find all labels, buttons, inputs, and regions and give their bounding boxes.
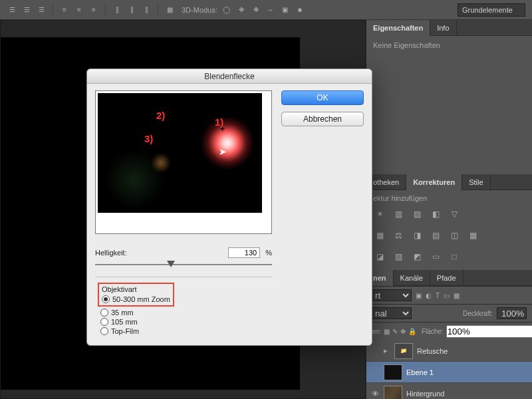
expand-arrow-icon[interactable]: ▸ [384, 346, 390, 355]
brightness-label: Helligkeit: [95, 249, 223, 257]
balance-icon[interactable]: ⚖ [392, 229, 405, 242]
tab-libraries[interactable]: otheken [366, 174, 406, 190]
layer-row-selected[interactable]: Ebene 1 [366, 362, 532, 383]
invert-icon[interactable]: ◪ [373, 250, 386, 263]
workspace-select[interactable]: Grundelemente [458, 3, 525, 17]
adjustments-panel-header: otheken Korrekturen Stile [366, 174, 532, 190]
radio-icon[interactable] [100, 318, 108, 326]
layer-row-group[interactable]: ▸ 📁 Retusche [366, 340, 532, 362]
fill-input[interactable] [446, 325, 532, 338]
hue-icon[interactable]: ▦ [373, 229, 386, 242]
radio-50-300-zoom[interactable]: 50-300 mm Zoom [102, 295, 170, 304]
vibrance-icon[interactable]: ▽ [448, 207, 461, 221]
tab-properties[interactable]: Eigenschaften [366, 20, 430, 36]
lock-image-icon[interactable]: ✎ [392, 328, 398, 335]
preview-canvas[interactable]: 1) 2) 3) + ➤ [98, 93, 262, 213]
gradient-map-icon[interactable]: ▭ [429, 250, 442, 263]
layer-filter-select[interactable]: rt [372, 289, 412, 301]
layer-thumbnail [384, 364, 402, 380]
tab-channels[interactable]: Kanäle [394, 270, 430, 286]
cursor-icon: ➤ [219, 146, 227, 157]
add-adjustment-label: ektur hinzufügen [373, 194, 427, 202]
annotation-3: 3) [144, 133, 153, 144]
blend-mode-select[interactable]: nal [372, 307, 412, 319]
filter-adjust-icon[interactable]: ◐ [426, 292, 432, 299]
separator [53, 4, 53, 16]
slide-icon[interactable]: ↔ [265, 5, 276, 15]
posterize-icon[interactable]: ▧ [392, 250, 405, 263]
radio-icon[interactable] [102, 295, 110, 303]
levels-icon[interactable]: ▥ [392, 207, 405, 221]
filter-shape-icon[interactable]: ▭ [444, 292, 450, 299]
zoom-icon[interactable]: ▣ [280, 5, 291, 15]
radio-label: 35 mm [111, 309, 134, 317]
align-left-icon[interactable]: ☰ [7, 5, 17, 15]
threshold-icon[interactable]: ◩ [410, 250, 424, 263]
distribute-left-icon[interactable]: ‖ [112, 5, 122, 15]
radio-icon[interactable] [100, 327, 108, 335]
filter-type-icon[interactable]: T [436, 292, 440, 299]
lock-position-icon[interactable]: ✥ [400, 328, 406, 335]
radio-35mm[interactable]: 35 mm [100, 308, 272, 317]
adjustments-row2: ▦ ⚖ ◨ ▤ ◫ ▦ [366, 225, 532, 246]
visibility-icon[interactable] [370, 346, 380, 356]
tab-adjustments[interactable]: Korrekturen [406, 174, 462, 190]
divider [95, 277, 272, 277]
cancel-button[interactable]: Abbrechen [281, 112, 364, 126]
visibility-icon[interactable] [370, 368, 380, 377]
radio-icon[interactable] [100, 309, 108, 317]
opacity-row: nal Deckkraft: [366, 304, 532, 322]
lut-icon[interactable]: ▦ [466, 229, 479, 242]
ok-button[interactable]: OK [281, 90, 364, 105]
slider-thumb[interactable] [167, 261, 175, 267]
adjustments-body: ektur hinzufügen [366, 190, 532, 203]
filter-smart-icon[interactable]: ▦ [454, 292, 460, 299]
filter-pixel-icon[interactable]: ▣ [416, 292, 422, 299]
radio-label: 50-300 mm Zoom [112, 295, 170, 303]
distribute-vcenter-icon[interactable]: ≡ [74, 5, 84, 15]
lock-fill-row: en: ▦ ✎ ✥ 🔒 Fläche: [366, 322, 532, 340]
visibility-icon[interactable]: 👁 [370, 389, 380, 398]
lock-all-icon[interactable]: 🔒 [408, 328, 416, 335]
layers-panel-header: nen Kanäle Pfade [366, 270, 532, 286]
flare-main [201, 116, 254, 170]
lock-transparency-icon[interactable]: ▦ [384, 328, 390, 335]
folder-icon: 📁 [394, 343, 413, 359]
brightness-input[interactable] [228, 247, 260, 258]
distribute-right-icon[interactable]: ‖ [141, 5, 152, 15]
opacity-input[interactable] [497, 307, 527, 319]
channel-mixer-icon[interactable]: ◫ [448, 229, 461, 242]
tab-styles[interactable]: Stile [462, 174, 490, 190]
distribute-hcenter-icon[interactable]: ‖ [126, 5, 137, 15]
opacity-label: Deckkraft: [463, 310, 493, 317]
distribute-top-icon[interactable]: ≡ [59, 5, 70, 15]
brightness-icon[interactable]: ☀ [373, 207, 386, 221]
percent-label: % [265, 249, 272, 257]
distribute-bottom-icon[interactable]: ≡ [88, 5, 99, 15]
3d-grid-icon[interactable]: ▦ [164, 5, 175, 15]
radio-105mm[interactable]: 105 mm [100, 317, 272, 327]
radio-top-film[interactable]: Top-Film [100, 327, 272, 336]
tab-paths[interactable]: Pfade [430, 270, 464, 286]
roll-icon[interactable]: ✥ [236, 5, 247, 15]
curves-icon[interactable]: ▨ [410, 207, 424, 221]
annotation-2: 2) [156, 110, 165, 121]
brightness-row: Helligkeit: % [95, 247, 272, 258]
camera-icon[interactable]: ■ [295, 5, 305, 15]
align-center-icon[interactable]: ☰ [21, 5, 32, 15]
orbit-icon[interactable]: ◯ [221, 5, 232, 15]
selective-color-icon[interactable]: □ [448, 250, 461, 263]
photo-filter-icon[interactable]: ▤ [429, 229, 442, 242]
radio-label: Top-Film [111, 327, 139, 335]
lens-type-label: Objektivart [102, 285, 170, 293]
layer-row-background[interactable]: 👁 Hintergrund [366, 383, 532, 399]
dialog-title: Blendenflecke [87, 69, 372, 84]
flare-center-marker[interactable]: + [220, 124, 225, 134]
tab-info[interactable]: Info [430, 20, 456, 36]
pan-icon[interactable]: ✥ [251, 5, 261, 15]
bw-icon[interactable]: ◨ [410, 229, 424, 242]
brightness-slider[interactable] [95, 259, 272, 270]
align-right-icon[interactable]: ☰ [36, 5, 47, 15]
exposure-icon[interactable]: ◧ [429, 207, 442, 221]
mode-3d-label: 3D-Modus: [182, 6, 217, 14]
